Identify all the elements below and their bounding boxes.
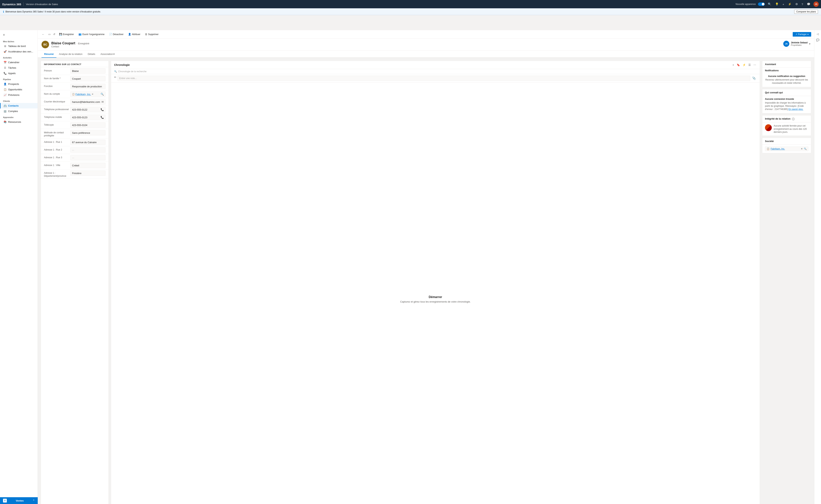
- chat-icon[interactable]: 💬: [806, 2, 811, 7]
- integrite-card: Intégrité de la relation i Aucune activi…: [762, 115, 811, 136]
- owner-chevron-icon[interactable]: ▾: [809, 42, 810, 45]
- value-adresse-ville[interactable]: Créteil: [70, 163, 105, 168]
- sidebar-item-ressources[interactable]: 📚 Ressources: [0, 119, 38, 125]
- record-header-left: BC Blaise Coupart · Enregistré Contact: [42, 41, 89, 48]
- sidebar-item-taches[interactable]: ☰ Tâches: [0, 65, 38, 71]
- value-adresse-dept[interactable]: Finistère: [70, 171, 105, 176]
- orgchart-button[interactable]: 👥 Ouvrir l'organigramme: [77, 32, 106, 36]
- integrite-info-icon[interactable]: i: [792, 118, 795, 120]
- grid-view-btn[interactable]: ▭: [47, 32, 52, 36]
- value-nom[interactable]: Coupart: [70, 76, 105, 81]
- ventes-icon: V: [3, 499, 7, 502]
- tab-association-chevron: ▾: [113, 53, 115, 55]
- tab-details[interactable]: Détails: [85, 51, 98, 58]
- tab-analyse[interactable]: Analyse de la relation: [56, 51, 85, 58]
- phone-call-icon[interactable]: 📞: [101, 108, 104, 111]
- label-adresse-rue2: Adresse 1 : Rue 2: [44, 147, 70, 151]
- tab-association-label: Association: [101, 53, 113, 55]
- lightbulb-icon[interactable]: 💡: [774, 2, 779, 7]
- delete-button[interactable]: 🗑 Supprimer: [143, 32, 160, 36]
- account-link[interactable]: Fabrikam, Inc.: [75, 93, 91, 96]
- sidebar-item-accelerateur[interactable]: 🚀 Accélérateur des ven...: [0, 49, 38, 54]
- right-sidebar-icon-chat[interactable]: 💬: [815, 38, 820, 42]
- sidebar-item-prospects[interactable]: 👤 Prospects: [0, 81, 38, 87]
- deactivate-button[interactable]: 📄 Désactiver: [107, 32, 125, 36]
- account-remove-icon[interactable]: ✕: [92, 93, 93, 95]
- trial-banner: ℹ Bienvenue dans Dynamics 365 Sales ! Il…: [0, 8, 821, 15]
- assign-button[interactable]: 👤 Attribuer: [126, 32, 142, 36]
- nav-arrows: ←: [41, 32, 46, 37]
- sidebar-bottom-ventes[interactable]: V Ventes ⌃: [0, 497, 38, 504]
- right-sidebar-icon-top[interactable]: ◁: [816, 32, 819, 36]
- value-compte[interactable]: 📋 Fabrikam, Inc. ✕ 🔍: [70, 91, 105, 97]
- qui-error-link[interactable]: En savoir plus.: [788, 108, 803, 111]
- compare-plans-button[interactable]: Comparer les plans: [794, 10, 818, 14]
- value-prenom[interactable]: Blaise: [70, 68, 105, 74]
- view-buttons: ▭ ↺: [47, 32, 56, 36]
- value-tel-mobile[interactable]: 423-555-0123 📞: [70, 115, 105, 120]
- rocket-icon: 🚀: [4, 50, 7, 53]
- timeline-more-icon[interactable]: ⋯: [753, 63, 757, 67]
- help-icon[interactable]: ?: [801, 2, 804, 7]
- societe-search-icon[interactable]: 🔍: [804, 148, 807, 150]
- sidebar-label-prospects: Prospects: [8, 83, 19, 85]
- note-attach-icon[interactable]: 📎: [751, 76, 757, 81]
- value-methode-contact[interactable]: Sans préférence: [70, 130, 105, 135]
- sidebar-item-previsions[interactable]: 📈 Prévisions: [0, 92, 38, 98]
- sidebar-label-ressources: Ressources: [8, 121, 21, 123]
- share-chevron: ▾: [807, 33, 809, 36]
- sidebar-item-contacts[interactable]: 📇 Contacts: [0, 103, 38, 108]
- value-adresse-rue3[interactable]: ···: [70, 155, 105, 160]
- save-button[interactable]: 💾 Enregistrer: [57, 32, 76, 36]
- add-icon[interactable]: +: [782, 2, 785, 7]
- field-adresse-rue1: Adresse 1 : Rue 1 67 avenue du Calvaire: [41, 138, 108, 146]
- email-icon[interactable]: ✉: [101, 100, 104, 103]
- field-nom: Nom de famille * Coupart: [41, 75, 108, 83]
- timeline-search[interactable]: 🔍 Chronologie de la recherche: [111, 69, 760, 74]
- value-tel-pro[interactable]: 423-555-0122 📞: [70, 107, 105, 112]
- list-view-btn[interactable]: ↺: [52, 32, 56, 36]
- qui-connait-qui-body: Aucune connexion trouvée Impossible de c…: [762, 96, 811, 113]
- qui-connait-qui-card: Qui connaît qui Aucune connexion trouvée…: [762, 89, 811, 113]
- note-placeholder: Entrer une note...: [119, 77, 137, 80]
- tab-association[interactable]: Association ▾: [98, 51, 117, 58]
- societe-field: 📋 Fabrikam, Inc. ✕ 🔍: [765, 147, 808, 151]
- value-adresse-rue1[interactable]: 67 avenue du Calvaire: [70, 140, 105, 145]
- timeline-add-icon[interactable]: +: [732, 63, 735, 67]
- nouvelle-apparence-toggle[interactable]: [758, 2, 765, 6]
- sidebar-item-tableau-de-bord[interactable]: ⊞ Tableau de bord: [0, 43, 38, 49]
- sidebar-label-comptes: Comptes: [8, 110, 18, 113]
- back-arrow[interactable]: ←: [41, 32, 46, 37]
- filter-icon[interactable]: ⚡: [787, 2, 792, 7]
- tab-resume[interactable]: Résumé: [42, 51, 56, 58]
- sidebar-menu-button[interactable]: ≡: [0, 32, 38, 38]
- sidebar-item-calendrier[interactable]: 📅 Calendrier: [0, 60, 38, 65]
- account-search-icon[interactable]: 🔍: [101, 93, 104, 96]
- label-adresse-dept: Adresse 1 : Département/province: [44, 171, 70, 177]
- societe-remove-icon[interactable]: ✕: [801, 148, 803, 150]
- value-fonction[interactable]: Responsable de production: [70, 84, 105, 89]
- search-icon[interactable]: 🔍: [767, 2, 772, 7]
- share-button[interactable]: ↗ Partager ▾: [793, 32, 811, 37]
- sidebar-label-previsions: Prévisions: [8, 94, 19, 96]
- brand-logo[interactable]: Dynamics 365: [2, 3, 21, 6]
- record-name-line: Blaise Coupart · Enregistré: [51, 41, 89, 45]
- sidebar-item-appels[interactable]: 📞 Appels: [0, 71, 38, 76]
- value-adresse-rue2[interactable]: ···: [70, 147, 105, 153]
- app-container: ≡ Mes tâches ⊞ Tableau de bord 🚀 Accélér…: [0, 30, 821, 504]
- societe-link[interactable]: Fabrikam, Inc.: [771, 148, 800, 150]
- label-compte: Nom du compte: [44, 91, 70, 96]
- book-icon: 📚: [4, 121, 7, 123]
- user-avatar[interactable]: JS: [813, 2, 819, 7]
- record-title-group: Blaise Coupart · Enregistré Contact: [51, 41, 89, 48]
- sidebar-item-opportunites[interactable]: 📋 Opportunités: [0, 87, 38, 92]
- mobile-call-icon[interactable]: 📞: [101, 116, 104, 119]
- timeline-filter-icon[interactable]: ⚡: [742, 63, 746, 67]
- note-input-field[interactable]: Entrer une note...: [118, 76, 750, 81]
- value-email[interactable]: haroun@fabrikaminc.com ✉: [70, 99, 105, 104]
- timeline-bookmark-icon[interactable]: 🔖: [736, 63, 740, 67]
- value-telecopie[interactable]: 423-555-0104: [70, 122, 105, 128]
- sidebar-item-comptes[interactable]: 🏢 Comptes: [0, 108, 38, 114]
- timeline-list-icon[interactable]: ☰: [748, 63, 751, 67]
- settings-icon[interactable]: ⚙: [795, 2, 799, 7]
